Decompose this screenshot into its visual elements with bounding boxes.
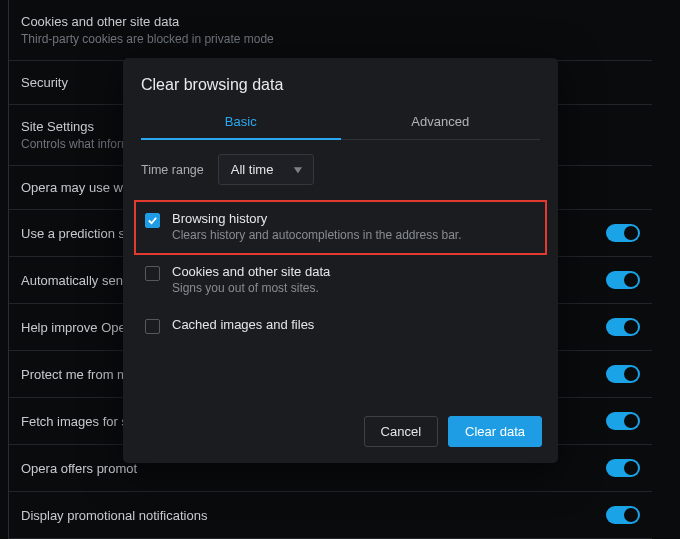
cookies-title: Cookies and other site data: [21, 14, 179, 29]
toggle[interactable]: [606, 506, 640, 524]
option-label: Browsing history: [172, 211, 462, 226]
time-range-label: Time range: [141, 163, 204, 177]
checkbox[interactable]: [145, 266, 160, 281]
option-cached[interactable]: Cached images and files: [137, 307, 544, 346]
toggle[interactable]: [606, 224, 640, 242]
row-label: Help improve Opera: [21, 320, 137, 335]
time-range-value: All time: [231, 162, 274, 177]
toggle[interactable]: [606, 318, 640, 336]
toggle[interactable]: [606, 412, 640, 430]
row-label: Display promotional notifications: [21, 508, 207, 523]
time-range-row: Time range All time ▼: [123, 140, 558, 201]
site-sub: Controls what inform: [21, 137, 131, 151]
checkbox[interactable]: [145, 213, 160, 228]
option-browsing-history[interactable]: Browsing history Clears history and auto…: [135, 201, 546, 254]
promo-notif-row[interactable]: Display promotional notifications: [9, 492, 652, 539]
clear-browsing-data-dialog: Clear browsing data Basic Advanced Time …: [123, 58, 558, 463]
dialog-footer: Cancel Clear data: [123, 402, 558, 463]
option-label: Cookies and other site data: [172, 264, 330, 279]
toggle[interactable]: [606, 365, 640, 383]
row-label: Use a prediction ser: [21, 226, 137, 241]
time-range-select[interactable]: All time ▼: [218, 154, 315, 185]
cookies-row[interactable]: Cookies and other site data Third-party …: [9, 0, 652, 61]
site-title: Site Settings: [21, 119, 94, 134]
toggle[interactable]: [606, 271, 640, 289]
toggle[interactable]: [606, 459, 640, 477]
clear-data-button[interactable]: Clear data: [448, 416, 542, 447]
option-desc: Clears history and autocompletions in th…: [172, 228, 462, 242]
tab-advanced[interactable]: Advanced: [341, 106, 541, 139]
option-desc: Signs you out of most sites.: [172, 281, 330, 295]
row-label: Opera may use web: [21, 180, 137, 195]
row-label: Protect me from ma: [21, 367, 135, 382]
row-label: Opera offers promot: [21, 461, 137, 476]
cookies-sub: Third-party cookies are blocked in priva…: [21, 32, 274, 46]
cancel-button[interactable]: Cancel: [364, 416, 438, 447]
tab-basic[interactable]: Basic: [141, 106, 341, 139]
dialog-title: Clear browsing data: [123, 58, 558, 106]
option-cookies[interactable]: Cookies and other site data Signs you ou…: [137, 254, 544, 307]
check-icon: [147, 215, 158, 226]
dialog-tabs: Basic Advanced: [141, 106, 540, 140]
chevron-down-icon: ▼: [291, 164, 305, 175]
options-list: Browsing history Clears history and auto…: [123, 201, 558, 346]
security-title: Security: [21, 75, 68, 90]
option-label: Cached images and files: [172, 317, 314, 332]
checkbox[interactable]: [145, 319, 160, 334]
